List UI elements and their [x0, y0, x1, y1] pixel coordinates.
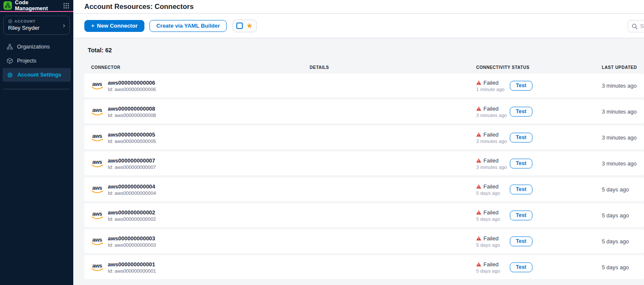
connector-row[interactable]: aws aws000000000002 Id: aws000000000002 [84, 203, 644, 227]
test-button[interactable]: Test [510, 211, 532, 220]
connector-row[interactable]: aws aws000000000005 Id: aws000000000005 [84, 125, 644, 149]
search-box[interactable] [628, 20, 644, 32]
status-text: Failed [483, 157, 498, 164]
test-button[interactable]: Test [510, 133, 532, 142]
connector-name: aws000000000005 [108, 131, 156, 138]
connector-name-stack: aws000000000002 Id: aws000000000002 [108, 209, 156, 222]
connector-name-stack: aws000000000004 Id: aws000000000004 [108, 183, 156, 196]
last-updated-cell: 3 minutes ago [602, 108, 644, 115]
status-line: Failed [476, 261, 510, 268]
status-text: Failed [483, 131, 498, 138]
chevron-right-icon: › [63, 21, 65, 28]
connector-name-stack: aws000000000006 Id: aws000000000006 [108, 80, 156, 92]
connector-cell: aws aws000000000008 Id: aws000000000008 [91, 105, 310, 118]
org-chart-icon [7, 44, 13, 50]
connector-row[interactable]: aws aws000000000006 Id: aws000000000006 [84, 74, 644, 97]
aws-logo-icon: aws [91, 82, 103, 90]
account-scope-row: ACCOUNT [8, 19, 65, 23]
connector-row[interactable]: aws aws000000000001 Id: aws000000000001 [84, 255, 644, 279]
column-header-last-updated: LAST UPDATED [602, 65, 644, 70]
connector-id: Id: aws000000000006 [108, 87, 156, 92]
main-panel: Account Resources: Connectors + New Conn… [73, 0, 644, 285]
connector-row[interactable]: aws aws000000000003 Id: aws000000000003 [84, 229, 644, 253]
connector-id: Id: aws000000000004 [108, 191, 156, 196]
favorite-star-icon[interactable]: ★ [246, 22, 253, 29]
cube-icon [7, 58, 13, 64]
failed-warning-icon [476, 262, 481, 267]
aws-logo-icon: aws [91, 185, 103, 194]
aws-logo-icon: aws [91, 160, 103, 168]
connector-cell: aws aws000000000006 Id: aws000000000006 [91, 80, 310, 92]
status-line: Failed [476, 183, 510, 190]
last-updated-cell: 5 days ago [602, 264, 644, 271]
connector-cell: aws aws000000000007 Id: aws000000000007 [91, 157, 310, 170]
aws-logo-icon: aws [91, 134, 103, 142]
test-button[interactable]: Test [510, 81, 532, 91]
account-name: Riley Snyder [8, 25, 65, 31]
connector-row[interactable]: aws aws000000000007 Id: aws000000000007 [84, 151, 644, 175]
failed-warning-icon [476, 158, 481, 163]
account-selector[interactable]: ACCOUNT Riley Snyder › [3, 16, 70, 35]
connector-cell: aws aws000000000005 Id: aws000000000005 [91, 131, 310, 144]
gear-icon [7, 72, 13, 78]
connector-id: Id: aws000000000003 [108, 242, 156, 248]
favorites-checkbox[interactable] [236, 23, 243, 29]
sidebar: Code Management ACCOUNT Riley Snyder › [0, 0, 73, 285]
new-connector-label: New Connector [97, 23, 138, 29]
connectivity-status-cell: Failed 5 days ago Test [476, 261, 602, 274]
status-stack: Failed 3 minutes ago [476, 105, 510, 118]
column-header-connectivity-status: CONNECTIVITY STATUS [476, 65, 602, 70]
connector-name: aws000000000003 [108, 235, 156, 242]
connector-row[interactable]: aws aws000000000008 Id: aws000000000008 [84, 100, 644, 123]
connectivity-status-cell: Failed 5 days ago Test [476, 235, 602, 248]
sidebar-header: Code Management [0, 0, 73, 11]
test-button[interactable]: Test [510, 237, 532, 246]
test-button[interactable]: Test [510, 159, 532, 168]
plus-icon: + [91, 23, 95, 29]
status-time: 5 days ago [476, 217, 510, 222]
connector-name: aws000000000008 [108, 105, 156, 112]
connector-row[interactable]: aws aws000000000004 Id: aws000000000004 [84, 177, 644, 201]
search-input[interactable] [640, 23, 644, 29]
aws-logo-icon: aws [91, 263, 103, 271]
connector-cell: aws aws000000000001 Id: aws000000000001 [91, 261, 310, 274]
test-button[interactable]: Test [510, 262, 532, 272]
aws-logo-icon: aws [91, 211, 103, 219]
last-updated-cell: 3 minutes ago [602, 134, 644, 141]
status-time: 3 minutes ago [476, 139, 510, 144]
sidebar-item-organizations[interactable]: Organizations [3, 40, 71, 54]
account-scope-icon [8, 19, 12, 23]
sidebar-divider [3, 89, 70, 89]
status-stack: Failed 3 minutes ago [476, 157, 510, 170]
aws-logo-icon: aws [91, 237, 103, 245]
status-time: 5 days ago [476, 242, 510, 248]
new-connector-button[interactable]: + New Connector [84, 20, 144, 32]
test-button[interactable]: Test [510, 107, 532, 117]
connector-name: aws000000000004 [108, 183, 156, 190]
connectivity-status-cell: Failed 3 minutes ago Test [476, 105, 602, 118]
total-count: Total: 62 [88, 47, 644, 54]
status-text: Failed [483, 105, 498, 112]
account-label: ACCOUNT [14, 19, 36, 23]
last-updated-cell: 5 days ago [602, 238, 644, 245]
code-management-logo-icon[interactable] [3, 1, 12, 10]
page-header: Account Resources: Connectors [74, 0, 644, 14]
failed-warning-icon [476, 210, 481, 215]
connector-id: Id: aws000000000007 [108, 165, 156, 170]
sidebar-item-account-settings[interactable]: Account Settings [3, 68, 71, 82]
last-updated-cell: 3 minutes ago [602, 160, 644, 167]
connector-cell: aws aws000000000002 Id: aws000000000002 [91, 209, 310, 222]
create-via-yaml-builder-button[interactable]: Create via YAML Builder [150, 20, 227, 32]
sidebar-item-label: Projects [17, 58, 36, 64]
app-switcher-grid-icon[interactable] [63, 2, 70, 9]
connector-name-stack: aws000000000008 Id: aws000000000008 [108, 105, 156, 118]
status-text: Failed [483, 261, 498, 268]
connector-cell: aws aws000000000003 Id: aws000000000003 [91, 235, 310, 248]
last-updated-cell: 3 minutes ago [602, 83, 644, 89]
column-header-connector: CONNECTOR [91, 65, 310, 70]
sidebar-item-projects[interactable]: Projects [3, 54, 71, 68]
toolbar: + New Connector Create via YAML Builder … [74, 14, 644, 38]
test-button[interactable]: Test [510, 185, 532, 194]
connector-id: Id: aws000000000001 [108, 268, 156, 274]
status-time: 3 minutes ago [476, 165, 510, 170]
